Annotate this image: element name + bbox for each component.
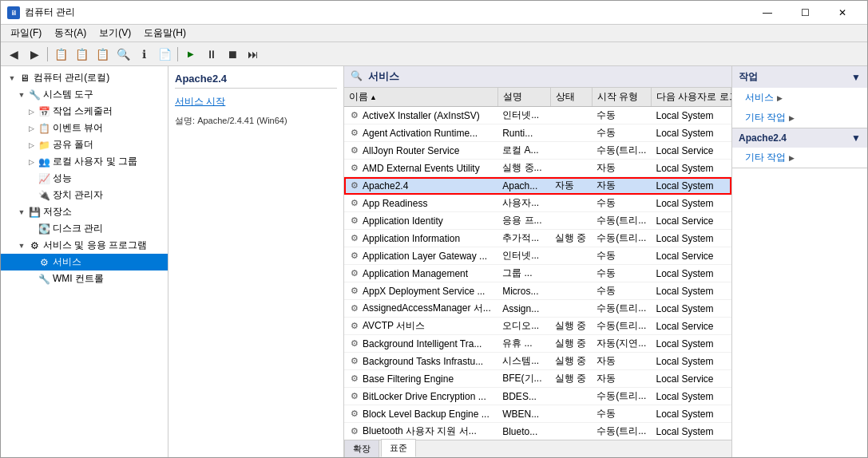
col-start[interactable]: 시작 유형 — [592, 88, 651, 107]
disk-mgmt-icon: 💽 — [38, 223, 50, 235]
services-header: 🔍 서비스 — [344, 66, 731, 88]
play-button[interactable]: ▶ — [181, 45, 200, 63]
action-group-0: 작업 ▼ 서비스 ▶ 기타 작업 ▶ — [732, 66, 867, 128]
toolbar-btn-4[interactable]: 🔍 — [113, 45, 133, 63]
forward-button[interactable]: ▶ — [25, 45, 44, 63]
action-group-collapse-0[interactable]: ▼ — [851, 72, 861, 83]
sidebar-item-device-manager[interactable]: 🔌 장치 관리자 — [1, 187, 168, 203]
close-button[interactable]: ✕ — [824, 1, 861, 25]
cell-start: 자동(지연... — [592, 335, 651, 353]
cell-name: ⚙Agent Activation Runtime... — [344, 124, 497, 142]
scheduler-icon: 📅 — [38, 105, 50, 118]
col-status[interactable]: 상태 — [550, 88, 592, 107]
table-row[interactable]: ⚙Application Information추가적...실행 중수동(트리.… — [344, 230, 731, 247]
cell-logon: Local System — [651, 282, 731, 300]
cell-name: ⚙Application Identity — [344, 212, 497, 230]
col-desc[interactable]: 설명 — [497, 88, 550, 107]
table-row[interactable]: ⚙AllJoyn Router Service로컬 A...수동(트리...Lo… — [344, 142, 731, 160]
toolbar-btn-5[interactable]: ℹ — [134, 45, 153, 63]
table-row[interactable]: ⚙Base Filtering EngineBFE(기...실행 중자동Loca… — [344, 370, 731, 388]
sidebar-item-performance[interactable]: 📈 성능 — [1, 170, 168, 187]
back-button[interactable]: ◀ — [4, 45, 23, 63]
cell-status: 실행 중 — [550, 230, 592, 247]
sidebar-item-system-tools[interactable]: ▼ 🔧 시스템 도구 — [1, 86, 168, 103]
services-table: 이름▲ 설명 상태 시작 유형 다음 사용자로 로그온 ⚙ActiveX Ins… — [344, 88, 731, 440]
table-row[interactable]: ⚙AMD External Events Utility실행 중...자동Loc… — [344, 160, 731, 177]
action-other-tasks-link-0[interactable]: 기타 작업 ▶ — [732, 108, 867, 128]
table-row[interactable]: ⚙Bluetooth 사용자 지원 서...Blueto...수동(트리...L… — [344, 423, 731, 440]
action-group-title-1: Apache2.4 — [739, 132, 787, 144]
menu-action[interactable]: 동작(A) — [48, 25, 93, 41]
service-icon: ⚙ — [349, 198, 360, 209]
expand-icon-performance — [26, 174, 36, 184]
expand-icon-disk-mgmt — [26, 224, 36, 234]
table-row[interactable]: ⚙Background Intelligent Tra...유휴 ...실행 중… — [344, 335, 731, 353]
service-icon: ⚙ — [349, 251, 360, 262]
sidebar-item-computer[interactable]: ▼ 🖥 컴퓨터 관리(로컬) — [1, 69, 168, 86]
sidebar-item-shared-folder[interactable]: ▷ 📁 공유 폴더 — [1, 136, 168, 153]
cell-desc: Blueto... — [497, 423, 550, 440]
action-services-link[interactable]: 서비스 ▶ — [732, 88, 867, 108]
maximize-button[interactable]: ☐ — [787, 1, 823, 25]
minimize-button[interactable]: — — [749, 1, 786, 25]
table-row[interactable]: ⚙Agent Activation Runtime...Runti...수동Lo… — [344, 124, 731, 142]
services-panel: 🔍 서비스 이름▲ 설명 상태 시작 유형 다음 사용자로 로그온 — [344, 66, 731, 457]
cell-logon: Local Service — [651, 318, 731, 335]
stop-button[interactable]: ⏹ — [223, 45, 242, 63]
service-start-link[interactable]: 서비스 시작 — [175, 95, 337, 109]
expand-icon-wmi — [26, 274, 36, 284]
table-row[interactable]: ⚙Application Layer Gateway ...인터넷...수동Lo… — [344, 247, 731, 265]
table-row[interactable]: ⚙Background Tasks Infrastu...시스템...실행 중자… — [344, 353, 731, 370]
table-row[interactable]: ⚙Application Identity응용 프...수동(트리...Loca… — [344, 212, 731, 230]
pause-button[interactable]: ⏸ — [202, 45, 221, 63]
tab-bar: 확장 표준 — [344, 440, 731, 457]
table-row[interactable]: ⚙ActiveX Installer (AxInstSV)인터넷...수동Loc… — [344, 107, 731, 124]
menu-file[interactable]: 파일(F) — [4, 25, 48, 41]
toolbar-btn-6[interactable]: 📄 — [155, 45, 174, 63]
cell-start: 자동 — [592, 160, 651, 177]
toolbar-btn-2[interactable]: 📋 — [72, 45, 91, 63]
sidebar-item-wmi[interactable]: 🔧 WMI 컨트롤 — [1, 270, 168, 287]
action-arrow-0: ▶ — [777, 94, 783, 102]
table-row[interactable]: ⚙AppX Deployment Service ...Micros...수동L… — [344, 282, 731, 300]
tab-standard[interactable]: 표준 — [381, 439, 416, 457]
col-logon[interactable]: 다음 사용자로 로그온 — [651, 88, 731, 107]
table-row[interactable]: ⚙AVCTP 서비스오디오...실행 중수동(트리...Local Servic… — [344, 318, 731, 335]
menu-view[interactable]: 보기(V) — [93, 25, 137, 41]
cell-logon: Local System — [651, 353, 731, 370]
expand-icon-local-users: ▷ — [26, 157, 36, 167]
table-row[interactable]: ⚙Application Management그룹 ...수동Local Sys… — [344, 265, 731, 282]
action-other-tasks-link-1[interactable]: 기타 작업 ▶ — [732, 148, 867, 168]
cell-name: ⚙Application Layer Gateway ... — [344, 247, 497, 265]
table-header-row: 이름▲ 설명 상태 시작 유형 다음 사용자로 로그온 — [344, 88, 731, 107]
action-arrow-1: ▶ — [789, 114, 795, 122]
menu-help[interactable]: 도움말(H) — [137, 25, 192, 41]
table-row[interactable]: ⚙App Readiness사용자...수동Local System — [344, 195, 731, 212]
cell-desc: 로컬 A... — [497, 142, 550, 160]
desc-value: Apache/2.4.41 (Win64) — [197, 116, 287, 125]
sidebar-item-services-apps[interactable]: ▼ ⚙ 서비스 및 응용 프로그램 — [1, 237, 168, 254]
cell-status — [550, 282, 592, 300]
cell-name: ⚙AppX Deployment Service ... — [344, 282, 497, 300]
service-icon: ⚙ — [349, 321, 360, 332]
toolbar-btn-1[interactable]: 📋 — [51, 45, 70, 63]
sidebar-item-storage[interactable]: ▼ 💾 저장소 — [1, 203, 168, 220]
sidebar-item-disk-mgmt[interactable]: 💽 디스크 관리 — [1, 220, 168, 237]
col-name[interactable]: 이름▲ — [344, 88, 497, 107]
restart-button[interactable]: ⏭ — [244, 45, 263, 63]
sidebar-item-services[interactable]: ⚙ 서비스 — [1, 254, 168, 270]
sidebar-item-scheduler[interactable]: ▷ 📅 작업 스케줄러 — [1, 103, 168, 120]
toolbar-btn-3[interactable]: 📋 — [93, 45, 112, 63]
local-users-icon: 👥 — [38, 156, 50, 168]
table-row[interactable]: ⚙AssignedAccessManager 서...Assign...수동(트… — [344, 300, 731, 318]
services-title: 서비스 — [368, 69, 399, 84]
sidebar-item-event-viewer[interactable]: ▷ 📋 이벤트 뷰어 — [1, 120, 168, 136]
table-row[interactable]: ⚙BitLocker Drive Encryption ...BDES...수동… — [344, 388, 731, 405]
cell-name: ⚙AssignedAccessManager 서... — [344, 300, 497, 318]
tab-expanded[interactable]: 확장 — [344, 440, 379, 457]
service-icon: ⚙ — [349, 286, 360, 297]
action-group-collapse-1[interactable]: ▼ — [851, 132, 861, 144]
table-row[interactable]: ⚙Block Level Backup Engine ...WBEN...수동L… — [344, 405, 731, 423]
table-row[interactable]: ⚙Apache2.4Apach...자동자동Local System — [344, 177, 731, 195]
sidebar-item-local-users[interactable]: ▷ 👥 로컬 사용자 및 그룹 — [1, 153, 168, 170]
